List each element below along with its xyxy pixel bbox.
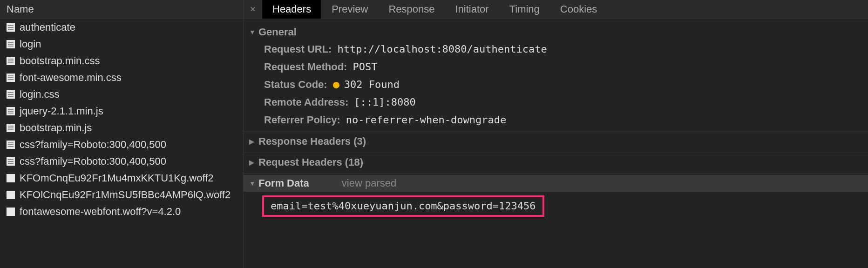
request-name: css?family=Roboto:300,400,500 [20,139,166,151]
request-name: bootstrap.min.js [20,122,92,134]
file-icon [7,57,15,65]
request-method-row: Request Method: POST [244,58,868,76]
response-headers-header[interactable]: ▶ Response Headers (3) [244,133,868,150]
file-icon [7,141,15,149]
detail-tabs: × HeadersPreviewResponseInitiatorTimingC… [244,0,868,19]
request-name: font-awesome.min.css [20,72,122,84]
general-section-header[interactable]: ▼ General [244,24,868,40]
request-name: jquery-2.1.1.min.js [20,105,103,117]
chevron-right-icon: ▶ [249,138,257,145]
request-headers-header[interactable]: ▶ Request Headers (18) [244,154,868,171]
form-data-payload: email=test%40xueyuanjun.com&password=123… [271,200,536,212]
file-icon [7,208,15,216]
file-icon [7,191,15,199]
file-icon [7,90,15,99]
tab-headers[interactable]: Headers [262,0,321,19]
response-headers-section: ▶ Response Headers (3) [244,132,868,150]
file-icon [7,124,15,132]
referrer-policy-row: Referrer Policy: no-referrer-when-downgr… [244,111,868,129]
tab-response[interactable]: Response [378,0,445,19]
request-row[interactable]: KFOmCnqEu92Fr1Mu4mxKKTU1Kg.woff2 [0,170,243,187]
status-code-text: 302 Found [344,79,400,90]
label: Remote Address: [264,94,348,111]
section-title: Form Data [258,177,309,189]
request-name: KFOmCnqEu92Fr1Mu4mxKKTU1Kg.woff2 [20,172,214,184]
request-row[interactable]: bootstrap.min.js [0,120,243,136]
tab-preview[interactable]: Preview [321,0,378,19]
chevron-right-icon: ▶ [249,159,257,166]
request-name: login.css [20,88,60,100]
label: Request URL: [264,40,332,58]
request-row[interactable]: fontawesome-webfont.woff?v=4.2.0 [0,203,243,220]
value: no-referrer-when-downgrade [346,111,506,129]
status-code-row: Status Code: 302 Found [244,76,868,94]
label: Request Method: [264,58,347,76]
value: 302 Found [333,76,400,94]
network-request-list-panel: Name authenticateloginbootstrap.min.cssf… [0,0,244,268]
request-name: css?family=Roboto:300,400,500 [20,155,166,168]
request-name: login [20,38,41,50]
value: http://localhost:8080/authenticate [337,40,547,58]
request-name: bootstrap.min.css [20,55,100,67]
chevron-down-icon: ▼ [249,180,257,187]
value: [::1]:8080 [354,94,415,111]
request-row[interactable]: KFOlCnqEu92Fr1MmSU5fBBc4AMP6lQ.woff2 [0,187,243,203]
request-row[interactable]: css?family=Roboto:300,400,500 [0,136,243,153]
tab-initiator[interactable]: Initiator [445,0,499,19]
section-title: General [258,26,297,38]
request-row[interactable]: authenticate [0,19,243,36]
file-icon [7,107,15,115]
request-url-row: Request URL: http://localhost:8080/authe… [244,40,868,58]
form-data-payload-highlight: email=test%40xueyuanjun.com&password=123… [262,195,544,217]
form-data-section: ▼ Form Data view parsed email=test%40xue… [244,174,868,221]
value: POST [353,58,377,76]
request-name: authenticate [20,21,75,34]
request-name: KFOlCnqEu92Fr1MmSU5fBBc4AMP6lQ.woff2 [20,189,231,201]
general-section: ▼ General Request URL: http://localhost:… [244,24,868,129]
request-row[interactable]: login [0,36,243,53]
request-list: authenticateloginbootstrap.min.cssfont-a… [0,19,243,268]
section-title: Response Headers (3) [258,135,366,147]
request-name: fontawesome-webfont.woff?v=4.2.0 [20,206,181,218]
section-title: Request Headers (18) [258,156,363,168]
name-column-header[interactable]: Name [0,0,243,19]
tab-timing[interactable]: Timing [499,0,550,19]
file-icon [7,74,15,82]
label: Status Code: [264,76,327,94]
form-data-header[interactable]: ▼ Form Data view parsed [244,175,868,192]
file-icon [7,40,15,48]
remote-address-row: Remote Address: [::1]:8080 [244,94,868,111]
request-detail-panel: × HeadersPreviewResponseInitiatorTimingC… [244,0,868,268]
status-dot-icon [333,82,339,88]
request-row[interactable]: css?family=Roboto:300,400,500 [0,153,243,170]
request-row[interactable]: jquery-2.1.1.min.js [0,103,243,120]
request-headers-section: ▶ Request Headers (18) [244,153,868,171]
request-row[interactable]: bootstrap.min.css [0,53,243,69]
label: Referrer Policy: [264,111,340,129]
request-row[interactable]: login.css [0,86,243,103]
file-icon [7,174,15,182]
close-icon[interactable]: × [244,3,262,15]
file-icon [7,23,15,32]
request-row[interactable]: font-awesome.min.css [0,69,243,86]
view-parsed-link[interactable]: view parsed [342,177,396,189]
tab-cookies[interactable]: Cookies [550,0,607,19]
chevron-down-icon: ▼ [249,28,257,36]
file-icon [7,157,15,166]
